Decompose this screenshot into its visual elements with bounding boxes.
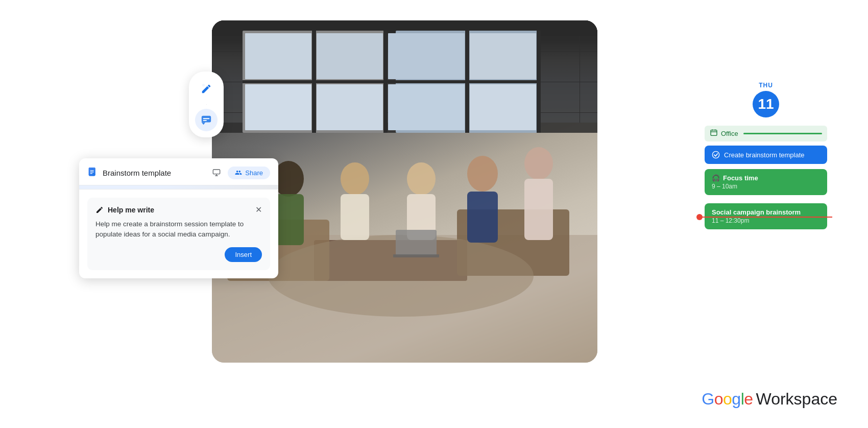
doc-title: Brainstorm template [103,169,171,177]
docs-icon [87,167,99,178]
social-brainstorm-time: 11 – 12:30pm [712,217,820,224]
monitor-icon-button[interactable] [209,165,224,180]
help-write-body: Help me create a brainstorm session temp… [95,219,262,240]
svg-rect-40 [90,170,94,171]
svg-rect-14 [388,84,465,130]
current-time-line [700,217,832,218]
svg-rect-31 [524,179,553,240]
pencil-sparkle-icon [95,206,104,214]
svg-rect-46 [715,129,715,131]
svg-rect-29 [467,192,498,243]
svg-rect-25 [341,194,369,240]
svg-rect-41 [90,172,94,172]
calendar-day-number: 11 [753,91,779,117]
google-workspace-branding: Google Workspace [702,390,837,409]
svg-point-47 [712,151,719,158]
help-write-footer: Insert [95,247,262,262]
event-brainstorm-template-title: Create brainstorm template [724,151,805,159]
workspace-brand-text: Workspace [756,390,837,409]
svg-point-24 [341,162,369,195]
headphones-icon: 🎧 [712,174,720,182]
svg-rect-33 [393,254,439,257]
svg-rect-12 [317,84,383,130]
share-button[interactable]: Share [228,167,270,179]
insert-button[interactable]: Insert [225,247,262,262]
office-calendar-icon [710,129,718,138]
calendar-event-social-brainstorm[interactable]: Social campaign brainstorm 11 – 12:30pm [705,203,827,229]
svg-rect-43 [213,170,220,174]
svg-rect-36 [203,118,210,119]
svg-rect-32 [396,230,437,255]
svg-point-28 [467,156,498,192]
g-letter-red2: e [744,390,753,408]
svg-rect-42 [90,173,93,174]
g-letter-blue2: g [732,390,740,408]
help-write-header: Help me write ✕ [95,206,262,214]
calendar-day-label: THU [705,82,827,89]
svg-rect-9 [245,33,311,79]
focus-time-title-area: 🎧 Focus time [712,174,820,182]
calendar-day-header: THU 11 [705,82,827,117]
svg-rect-16 [470,84,536,130]
svg-rect-44 [711,130,717,136]
google-brand-text: Google [702,390,753,409]
floating-toolbar [189,72,224,137]
doc-title-area: Brainstorm template [87,167,171,178]
current-time-dot [696,214,703,220]
calendar-event-brainstorm-template[interactable]: Create brainstorm template [705,146,827,164]
office-label: Office [721,130,738,137]
help-write-label: Help me write [108,206,154,214]
edit-icon-button[interactable] [195,78,218,100]
calendar-office-row: Office [705,126,827,141]
focus-time-title-text: Focus time [723,174,758,182]
help-write-panel: Help me write ✕ Help me create a brainst… [87,198,270,270]
share-label: Share [245,169,263,177]
svg-rect-37 [203,120,207,121]
office-bar [743,133,822,134]
svg-point-26 [407,162,436,195]
svg-rect-10 [245,84,311,130]
g-letter-red: o [714,390,723,408]
svg-point-34 [202,84,205,87]
focus-time-time: 9 – 10am [712,183,820,190]
help-write-title-area: Help me write [95,206,154,214]
svg-point-30 [524,147,553,180]
social-brainstorm-title: Social campaign brainstorm [712,208,820,216]
g-letter-blue: G [702,390,714,408]
help-write-close-button[interactable]: ✕ [255,206,262,214]
svg-rect-11 [317,33,383,79]
svg-rect-45 [712,129,713,131]
doc-card-header: Brainstorm template Share [79,158,278,185]
doc-ruler [79,185,278,189]
calendar-event-focus-time[interactable]: 🎧 Focus time 9 – 10am [705,169,827,195]
svg-rect-13 [388,33,465,79]
calendar-panel: THU 11 Office Create brainstorm template… [705,82,827,229]
doc-card: Brainstorm template Share [79,158,278,278]
checkmark-circle-icon [712,151,720,159]
doc-header-actions: Share [209,165,270,180]
svg-rect-15 [470,33,536,79]
chat-icon-button[interactable] [195,109,218,131]
g-letter-yellow: o [723,390,732,408]
